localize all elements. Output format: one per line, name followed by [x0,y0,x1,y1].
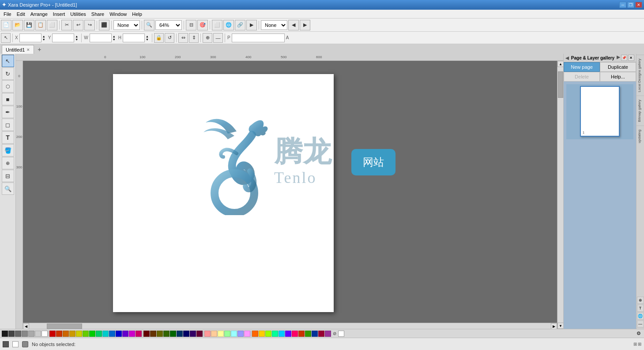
zoom-tool[interactable]: 🔍 [2,182,14,195]
light-red[interactable] [204,331,211,337]
y-input[interactable] [52,34,74,42]
line-tool-button[interactable]: ⊟ [186,20,196,30]
w-input[interactable] [90,34,112,42]
panel-prev-button[interactable]: ◀ [565,56,569,60]
object-prev[interactable]: ◀ [288,20,299,30]
import-button[interactable]: ⬜ [47,20,57,30]
panel-close-button[interactable]: ✕ [628,55,634,61]
export-button[interactable]: ⬜ [212,20,222,30]
light-orange[interactable] [211,331,217,337]
h-down[interactable]: ▼ [146,38,150,41]
black-color[interactable] [2,331,8,337]
tab-close-icon[interactable]: ✕ [26,48,30,52]
select-all-button[interactable]: ⬛ [99,20,109,30]
light-blue[interactable] [237,331,244,337]
node-button[interactable]: ⊕ [203,33,212,43]
selector-tool[interactable]: ↖ [2,55,14,67]
palette-color-6[interactable] [35,331,41,337]
close-button[interactable]: ✕ [635,2,642,8]
blue-violet[interactable] [122,331,128,337]
col-46[interactable] [312,331,318,337]
x-down[interactable]: ▼ [42,38,47,41]
vertical-scrollbar[interactable]: ▲ ▼ [557,61,563,329]
object-next[interactable]: ▶ [300,20,310,30]
color-fill-tool[interactable]: 🪣 [2,144,14,156]
white-fill-icon[interactable] [338,331,344,337]
menu-window[interactable]: Window [107,11,129,18]
light-cyan[interactable] [231,331,237,337]
purple-color[interactable] [190,331,196,337]
scroll-down-button[interactable]: ▼ [557,323,563,329]
col-41[interactable] [279,331,285,337]
teal-color[interactable] [177,331,183,337]
green-color[interactable] [89,331,95,337]
col-47[interactable] [318,331,324,337]
flip-h-button[interactable]: ⇔ [178,33,188,43]
aspect-lock-button[interactable]: 🔒 [154,33,164,43]
col-37[interactable] [252,331,258,337]
dark-green[interactable] [163,331,169,337]
scroll-up-button[interactable]: ▲ [557,61,563,67]
selector-tool-small[interactable]: ↖ [1,33,11,43]
olive-color[interactable] [157,331,163,337]
minimize-button[interactable]: ─ [619,2,626,8]
flip-v-button[interactable]: ⇕ [189,33,199,43]
save-button[interactable]: 💾 [24,20,34,30]
snap-button[interactable]: 🎯 [197,20,208,30]
palette-settings-icon[interactable]: ⚙ [635,330,642,337]
panel-pin-button[interactable]: 📌 [621,55,627,61]
panel-next-button[interactable]: ▶ [617,55,620,61]
side-tool-1[interactable]: ⊕ [637,297,644,304]
red-orange[interactable] [56,331,62,337]
reset-button[interactable]: ↺ [165,33,174,43]
col-45[interactable] [305,331,311,337]
menu-edit[interactable]: Edit [14,11,28,18]
w-down[interactable]: ▼ [113,38,117,41]
x-up[interactable]: ▲ [42,35,47,38]
light-yellow[interactable] [218,331,224,337]
col-38[interactable] [259,331,265,337]
side-tab-bitmap[interactable]: Bitmap gallery [636,96,644,126]
redo-button[interactable]: ↪ [84,20,95,30]
web-button[interactable]: 🌐 [223,20,234,30]
scroll-right-button[interactable]: ▶ [551,323,557,329]
dark-magenta[interactable] [196,331,203,337]
menu-help[interactable]: Help [129,11,145,18]
pen-tool[interactable]: ✒ [2,106,14,118]
scroll-thumb-v[interactable] [558,71,563,98]
scroll-left-button[interactable]: ◀ [23,323,29,329]
new-button[interactable]: 📄 [1,20,11,30]
light-green[interactable] [224,331,230,337]
help-button[interactable]: Help... [600,72,636,82]
side-tab-updating[interactable]: updating [636,126,644,147]
yellow-color[interactable] [76,331,82,337]
menu-arrange[interactable]: Arrange [28,11,50,18]
new-page-button[interactable]: New page [564,62,600,72]
p-input[interactable] [232,34,285,42]
page-thumbnail-1[interactable]: 1 [566,84,633,139]
restore-button[interactable]: ❐ [627,2,634,8]
orange-color[interactable] [63,331,69,337]
delete-button[interactable]: Delete [564,72,600,82]
col-48[interactable] [325,331,331,337]
zoom-dropdown[interactable]: 64% 100% 50% [155,20,182,30]
menu-share[interactable]: Share [89,11,107,18]
blue-color[interactable] [116,331,122,337]
y-down[interactable]: ▼ [75,38,79,41]
magenta-color[interactable] [136,331,142,337]
side-tool-4[interactable]: — [637,320,644,328]
navy-color[interactable] [183,331,189,337]
clipboard-button[interactable]: 📋 [35,20,46,30]
h-up[interactable]: ▲ [146,35,150,38]
cyan-blue[interactable] [109,331,115,337]
h-input[interactable] [123,34,145,42]
col-43[interactable] [292,331,298,337]
menu-utilities[interactable]: Utilities [68,11,88,18]
red-color[interactable] [49,331,56,337]
side-tool-3[interactable]: 🌐 [637,313,644,320]
light-violet[interactable] [244,331,250,337]
col-40[interactable] [272,331,278,337]
text-tool[interactable]: T [2,131,14,144]
rotate-tool[interactable]: ↻ [2,67,14,80]
palette-color-3[interactable] [15,331,21,337]
